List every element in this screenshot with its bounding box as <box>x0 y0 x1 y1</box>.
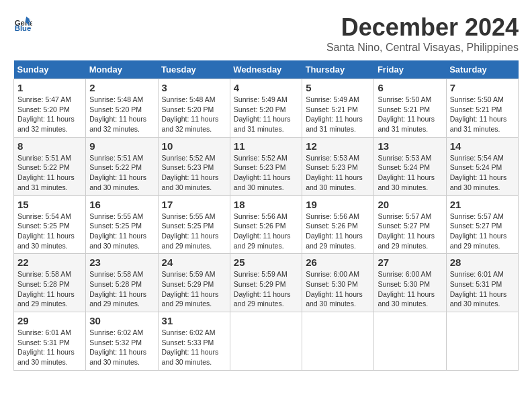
day-info: Sunrise: 5:48 AMSunset: 5:20 PMDaylight:… <box>162 95 226 134</box>
day-info: Sunrise: 5:57 AMSunset: 5:27 PMDaylight:… <box>450 212 515 251</box>
day-number: 28 <box>450 257 515 268</box>
day-number: 15 <box>17 199 82 210</box>
calendar-cell: 27Sunrise: 6:00 AMSunset: 5:30 PMDayligh… <box>374 254 446 312</box>
day-info: Sunrise: 6:00 AMSunset: 5:30 PMDaylight:… <box>378 269 442 309</box>
day-info: Sunrise: 5:52 AMSunset: 5:23 PMDaylight:… <box>162 153 226 193</box>
calendar-cell: 21Sunrise: 5:57 AMSunset: 5:27 PMDayligh… <box>446 195 518 254</box>
weekday-header: Wednesday <box>230 60 302 79</box>
logo: General Blue <box>13 13 32 32</box>
day-info: Sunrise: 5:56 AMSunset: 5:26 PMDaylight:… <box>306 212 370 251</box>
calendar-table: SundayMondayTuesdayWednesdayThursdayFrid… <box>13 60 519 371</box>
day-info: Sunrise: 5:49 AMSunset: 5:20 PMDaylight:… <box>234 95 298 134</box>
day-number: 22 <box>17 257 82 268</box>
day-number: 25 <box>234 257 298 268</box>
calendar-cell: 7Sunrise: 5:50 AMSunset: 5:21 PMDaylight… <box>446 79 518 138</box>
weekday-header: Thursday <box>302 60 374 79</box>
weekday-header: Friday <box>374 60 446 79</box>
weekday-header: Sunday <box>14 60 86 79</box>
day-number: 12 <box>306 140 370 152</box>
calendar-cell: 18Sunrise: 5:56 AMSunset: 5:26 PMDayligh… <box>230 195 302 254</box>
calendar-week-row: 22Sunrise: 5:58 AMSunset: 5:28 PMDayligh… <box>14 254 519 312</box>
day-number: 26 <box>306 257 370 268</box>
calendar-week-row: 29Sunrise: 6:01 AMSunset: 5:31 PMDayligh… <box>14 312 519 371</box>
day-number: 17 <box>162 199 226 210</box>
day-number: 6 <box>378 82 442 93</box>
day-number: 5 <box>306 82 370 93</box>
calendar-cell: 30Sunrise: 6:02 AMSunset: 5:32 PMDayligh… <box>86 312 158 371</box>
weekday-header: Tuesday <box>158 60 230 79</box>
calendar-cell: 24Sunrise: 5:59 AMSunset: 5:29 PMDayligh… <box>158 254 230 312</box>
calendar-week-row: 8Sunrise: 5:51 AMSunset: 5:22 PMDaylight… <box>14 137 519 195</box>
calendar-cell: 13Sunrise: 5:53 AMSunset: 5:24 PMDayligh… <box>374 137 446 195</box>
day-info: Sunrise: 5:49 AMSunset: 5:21 PMDaylight:… <box>306 95 370 134</box>
day-number: 2 <box>89 82 154 93</box>
day-info: Sunrise: 5:47 AMSunset: 5:20 PMDaylight:… <box>17 95 82 134</box>
day-number: 31 <box>162 315 226 326</box>
day-number: 24 <box>162 257 226 268</box>
day-number: 13 <box>378 140 442 152</box>
day-number: 4 <box>234 82 298 93</box>
calendar-cell: 29Sunrise: 6:01 AMSunset: 5:31 PMDayligh… <box>14 312 86 371</box>
page-header: General Blue December 2024 Santa Nino, C… <box>13 13 519 54</box>
calendar-cell: 31Sunrise: 6:02 AMSunset: 5:33 PMDayligh… <box>158 312 230 371</box>
day-number: 19 <box>306 199 370 210</box>
day-info: Sunrise: 5:55 AMSunset: 5:25 PMDaylight:… <box>162 212 226 251</box>
day-info: Sunrise: 5:50 AMSunset: 5:21 PMDaylight:… <box>378 95 442 134</box>
day-info: Sunrise: 5:56 AMSunset: 5:26 PMDaylight:… <box>234 212 298 251</box>
day-number: 23 <box>89 257 154 268</box>
calendar-cell: 2Sunrise: 5:48 AMSunset: 5:20 PMDaylight… <box>86 79 158 138</box>
calendar-cell: 1Sunrise: 5:47 AMSunset: 5:20 PMDaylight… <box>14 79 86 138</box>
day-info: Sunrise: 5:51 AMSunset: 5:22 PMDaylight:… <box>17 153 82 193</box>
calendar-cell: 6Sunrise: 5:50 AMSunset: 5:21 PMDaylight… <box>374 79 446 138</box>
day-number: 3 <box>162 82 226 93</box>
day-number: 27 <box>378 257 442 268</box>
calendar-cell: 4Sunrise: 5:49 AMSunset: 5:20 PMDaylight… <box>230 79 302 138</box>
day-number: 7 <box>450 82 515 93</box>
day-info: Sunrise: 5:53 AMSunset: 5:23 PMDaylight:… <box>306 153 370 193</box>
calendar-cell: 12Sunrise: 5:53 AMSunset: 5:23 PMDayligh… <box>302 137 374 195</box>
day-info: Sunrise: 6:01 AMSunset: 5:31 PMDaylight:… <box>17 328 82 367</box>
calendar-cell: 3Sunrise: 5:48 AMSunset: 5:20 PMDaylight… <box>158 79 230 138</box>
day-number: 1 <box>17 82 82 93</box>
day-number: 9 <box>89 140 154 152</box>
day-info: Sunrise: 5:54 AMSunset: 5:25 PMDaylight:… <box>17 212 82 251</box>
location-title: Santa Nino, Central Visayas, Philippines <box>326 42 519 54</box>
day-info: Sunrise: 6:01 AMSunset: 5:31 PMDaylight:… <box>450 269 515 309</box>
calendar-cell <box>374 312 446 371</box>
day-info: Sunrise: 5:59 AMSunset: 5:29 PMDaylight:… <box>234 269 298 309</box>
calendar-cell: 20Sunrise: 5:57 AMSunset: 5:27 PMDayligh… <box>374 195 446 254</box>
day-info: Sunrise: 5:58 AMSunset: 5:28 PMDaylight:… <box>17 269 82 309</box>
calendar-cell: 17Sunrise: 5:55 AMSunset: 5:25 PMDayligh… <box>158 195 230 254</box>
weekday-header: Saturday <box>446 60 518 79</box>
day-info: Sunrise: 6:02 AMSunset: 5:32 PMDaylight:… <box>89 328 154 367</box>
month-title: December 2024 <box>326 13 519 42</box>
day-number: 30 <box>89 315 154 326</box>
day-number: 10 <box>162 140 226 152</box>
day-number: 21 <box>450 199 515 210</box>
calendar-cell <box>230 312 302 371</box>
day-info: Sunrise: 5:54 AMSunset: 5:24 PMDaylight:… <box>450 153 515 193</box>
calendar-cell: 22Sunrise: 5:58 AMSunset: 5:28 PMDayligh… <box>14 254 86 312</box>
calendar-cell: 14Sunrise: 5:54 AMSunset: 5:24 PMDayligh… <box>446 137 518 195</box>
calendar-cell: 11Sunrise: 5:52 AMSunset: 5:23 PMDayligh… <box>230 137 302 195</box>
title-section: December 2024 Santa Nino, Central Visaya… <box>326 13 519 54</box>
weekday-header: Monday <box>86 60 158 79</box>
calendar-week-row: 1Sunrise: 5:47 AMSunset: 5:20 PMDaylight… <box>14 79 519 138</box>
day-info: Sunrise: 6:02 AMSunset: 5:33 PMDaylight:… <box>162 328 226 367</box>
day-info: Sunrise: 5:53 AMSunset: 5:24 PMDaylight:… <box>378 153 442 193</box>
day-number: 20 <box>378 199 442 210</box>
logo-icon: General Blue <box>13 13 32 32</box>
day-number: 14 <box>450 140 515 152</box>
day-info: Sunrise: 5:48 AMSunset: 5:20 PMDaylight:… <box>89 95 154 134</box>
day-number: 11 <box>234 140 298 152</box>
calendar-cell: 19Sunrise: 5:56 AMSunset: 5:26 PMDayligh… <box>302 195 374 254</box>
day-info: Sunrise: 5:52 AMSunset: 5:23 PMDaylight:… <box>234 153 298 193</box>
calendar-cell: 28Sunrise: 6:01 AMSunset: 5:31 PMDayligh… <box>446 254 518 312</box>
calendar-cell: 15Sunrise: 5:54 AMSunset: 5:25 PMDayligh… <box>14 195 86 254</box>
day-number: 8 <box>17 140 82 152</box>
calendar-cell <box>446 312 518 371</box>
calendar-cell: 9Sunrise: 5:51 AMSunset: 5:22 PMDaylight… <box>86 137 158 195</box>
day-info: Sunrise: 6:00 AMSunset: 5:30 PMDaylight:… <box>306 269 370 309</box>
calendar-cell <box>302 312 374 371</box>
weekday-header-row: SundayMondayTuesdayWednesdayThursdayFrid… <box>14 60 519 79</box>
